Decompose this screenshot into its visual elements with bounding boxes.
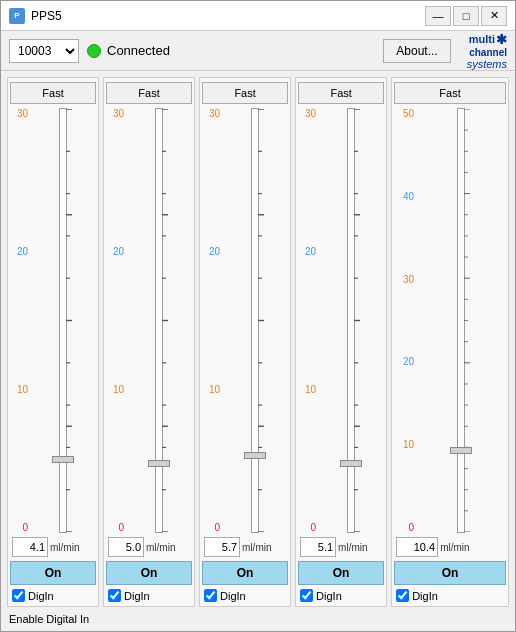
channel-4-fast-button[interactable]: Fast bbox=[298, 82, 384, 104]
logo-text: multi bbox=[469, 33, 495, 45]
channel-3-slider[interactable] bbox=[222, 108, 288, 533]
channel-4-on-button[interactable]: On bbox=[298, 561, 384, 585]
maximize-button[interactable]: □ bbox=[453, 6, 479, 26]
channel-5-slider-area: 50 40 30 20 10 0 bbox=[394, 108, 506, 533]
logo-star: ✱ bbox=[496, 32, 507, 47]
scale-label-20: 20 bbox=[209, 246, 220, 257]
channel-2-unit: ml/min bbox=[146, 542, 175, 553]
channel-2-scale: 30 20 10 0 bbox=[106, 108, 126, 533]
channel-1-digin-checkbox[interactable] bbox=[12, 589, 25, 602]
channel-2-digin-row: DigIn bbox=[106, 589, 192, 602]
scale-label-30: 30 bbox=[209, 108, 220, 119]
status-indicator: Connected bbox=[87, 43, 170, 58]
window-title: PPS5 bbox=[31, 9, 425, 23]
channels-container: Fast 30 20 10 0 bbox=[7, 77, 509, 607]
channel-5: Fast 50 40 30 20 10 0 bbox=[391, 77, 509, 607]
channel-5-on-button[interactable]: On bbox=[394, 561, 506, 585]
channel-4-unit: ml/min bbox=[338, 542, 367, 553]
channel-5-value-input[interactable] bbox=[396, 537, 438, 557]
scale-label-20: 20 bbox=[113, 246, 124, 257]
minimize-button[interactable]: — bbox=[425, 6, 451, 26]
logo: multi ✱ channel systems bbox=[459, 32, 507, 70]
channel-1: Fast 30 20 10 0 bbox=[7, 77, 99, 607]
channel-1-fast-button[interactable]: Fast bbox=[10, 82, 96, 104]
channel-4-value-input[interactable] bbox=[300, 537, 336, 557]
about-button[interactable]: About... bbox=[383, 39, 450, 63]
channel-4-slider-area: 30 20 10 0 bbox=[298, 108, 384, 533]
scale-label-10: 10 bbox=[209, 384, 220, 395]
channel-3-digin-label: DigIn bbox=[220, 590, 246, 602]
scale-label-0: 0 bbox=[118, 522, 124, 533]
channel-5-thumb[interactable] bbox=[450, 447, 472, 454]
channel-5-digin-checkbox[interactable] bbox=[396, 589, 409, 602]
channel-5-digin-label: DigIn bbox=[412, 590, 438, 602]
channel-3-digin-checkbox[interactable] bbox=[204, 589, 217, 602]
logo-channel: channel bbox=[469, 47, 507, 58]
channel-2: Fast 30 20 10 0 bbox=[103, 77, 195, 607]
logo-systems: systems bbox=[467, 58, 507, 70]
channel-2-digin-checkbox[interactable] bbox=[108, 589, 121, 602]
channel-2-fast-button[interactable]: Fast bbox=[106, 82, 192, 104]
channel-4-thumb[interactable] bbox=[340, 460, 362, 467]
channel-5-scale: 50 40 30 20 10 0 bbox=[394, 108, 416, 533]
channel-2-on-button[interactable]: On bbox=[106, 561, 192, 585]
channel-2-value-input[interactable] bbox=[108, 537, 144, 557]
channel-1-digin-row: DigIn bbox=[10, 589, 96, 602]
channel-3-on-button[interactable]: On bbox=[202, 561, 288, 585]
channel-3-scale: 30 20 10 0 bbox=[202, 108, 222, 533]
connection-status: Connected bbox=[107, 43, 170, 58]
channel-3-digin-row: DigIn bbox=[202, 589, 288, 602]
connection-dot bbox=[87, 44, 101, 58]
channel-2-slider[interactable] bbox=[126, 108, 192, 533]
channel-5-unit: ml/min bbox=[440, 542, 469, 553]
channel-4-digin-row: DigIn bbox=[298, 589, 384, 602]
channel-3-value-row: ml/min bbox=[202, 537, 288, 557]
window-controls: — □ ✕ bbox=[425, 6, 507, 26]
channel-1-on-button[interactable]: On bbox=[10, 561, 96, 585]
scale-label-0: 0 bbox=[215, 522, 221, 533]
channel-1-thumb[interactable] bbox=[52, 456, 74, 463]
channel-1-value-input[interactable] bbox=[12, 537, 48, 557]
scale-label-10b: 10 bbox=[403, 439, 414, 450]
title-bar: P PPS5 — □ ✕ bbox=[1, 1, 515, 31]
scale-label-10: 10 bbox=[113, 384, 124, 395]
channel-1-value-row: ml/min bbox=[10, 537, 96, 557]
scale-label-10: 10 bbox=[305, 384, 316, 395]
scale-label-30: 30 bbox=[17, 108, 28, 119]
scale-label-20: 20 bbox=[305, 246, 316, 257]
scale-label-40: 40 bbox=[403, 191, 414, 202]
channel-2-thumb[interactable] bbox=[148, 460, 170, 467]
port-select[interactable]: 10003 bbox=[9, 39, 79, 63]
scale-label-10: 10 bbox=[17, 384, 28, 395]
channel-5-fast-button[interactable]: Fast bbox=[394, 82, 506, 104]
close-button[interactable]: ✕ bbox=[481, 6, 507, 26]
toolbar: 10003 Connected About... multi ✱ channel… bbox=[1, 31, 515, 71]
channel-3-value-input[interactable] bbox=[204, 537, 240, 557]
channel-3-fast-button[interactable]: Fast bbox=[202, 82, 288, 104]
scale-label-0b: 0 bbox=[409, 522, 415, 533]
channel-4-value-row: ml/min bbox=[298, 537, 384, 557]
scale-label-30: 30 bbox=[305, 108, 316, 119]
channel-3-slider-area: 30 20 10 0 bbox=[202, 108, 288, 533]
channel-5-value-row: ml/min bbox=[394, 537, 506, 557]
channel-4-digin-checkbox[interactable] bbox=[300, 589, 313, 602]
channel-4: Fast 30 20 10 0 bbox=[295, 77, 387, 607]
channel-4-slider[interactable] bbox=[318, 108, 384, 533]
channel-5-slider[interactable] bbox=[416, 108, 506, 533]
main-content: Fast 30 20 10 0 bbox=[1, 71, 515, 631]
enable-digin-section: Enable Digital In bbox=[7, 613, 509, 625]
channel-1-slider-area: 30 20 10 0 bbox=[10, 108, 96, 533]
channel-5-digin-row: DigIn bbox=[394, 589, 506, 602]
channel-4-scale: 30 20 10 0 bbox=[298, 108, 318, 533]
channel-4-digin-label: DigIn bbox=[316, 590, 342, 602]
channel-1-scale: 30 20 10 0 bbox=[10, 108, 30, 533]
scale-label-0: 0 bbox=[22, 522, 28, 533]
channel-3-thumb[interactable] bbox=[244, 452, 266, 459]
channel-1-slider[interactable] bbox=[30, 108, 96, 533]
channel-2-value-row: ml/min bbox=[106, 537, 192, 557]
channel-3: Fast 30 20 10 0 bbox=[199, 77, 291, 607]
scale-label-30: 30 bbox=[113, 108, 124, 119]
enable-digin-text: Enable Digital In bbox=[7, 613, 89, 625]
channel-1-unit: ml/min bbox=[50, 542, 79, 553]
channel-1-digin-label: DigIn bbox=[28, 590, 54, 602]
